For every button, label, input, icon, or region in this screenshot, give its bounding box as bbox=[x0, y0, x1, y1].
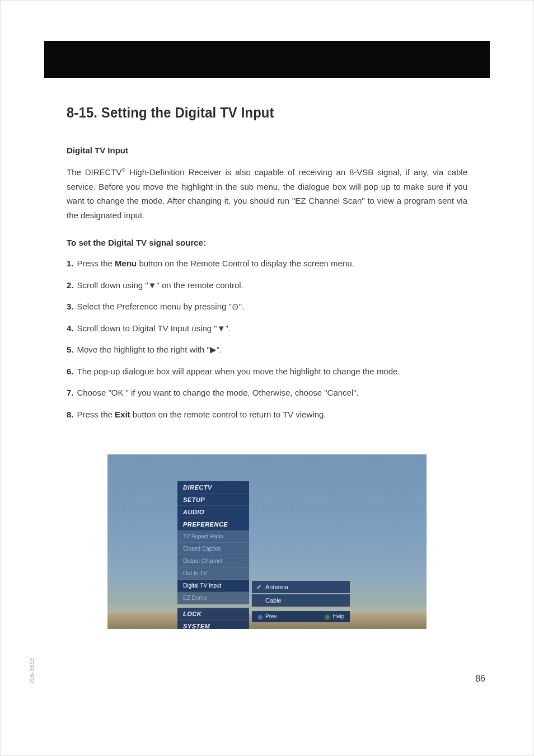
step-1: Press the Menu button on the Remote Cont… bbox=[67, 257, 467, 270]
osd-directv: DIRECTV bbox=[177, 481, 249, 494]
osd-pref-output: Output Channel bbox=[177, 555, 249, 567]
step-5: Move the highlight to the right with "▶"… bbox=[67, 344, 467, 356]
step-7: Choose "OK " if you want to change the m… bbox=[67, 387, 467, 400]
intro-pre: The DIRECTV bbox=[67, 167, 122, 177]
down-arrow-icon: ▼ bbox=[217, 323, 226, 333]
osd-footer-prev: Prev. bbox=[257, 613, 278, 619]
osd-pref-caption: Closed Caption bbox=[177, 543, 249, 555]
page-title: 8-15. Setting the Digital TV Input bbox=[67, 105, 447, 121]
page: 8-15. Setting the Digital TV Input Digit… bbox=[0, 0, 534, 756]
intro-post: High-Definition Receiver is also capable… bbox=[67, 167, 467, 220]
document-code: 206-3813 bbox=[29, 658, 35, 684]
osd-pref-outtv: Out to TV bbox=[177, 567, 249, 580]
osd-pref-digital-tv-input: Digital TV Input bbox=[177, 580, 249, 592]
down-arrow-icon: ▼ bbox=[148, 280, 157, 290]
section-to-set-source: To set the Digital TV signal source: bbox=[67, 238, 467, 247]
content: 8-15. Setting the Digital TV Input Digit… bbox=[67, 105, 467, 629]
blue-dot-icon bbox=[257, 614, 263, 620]
intro-paragraph: The DIRECTV® High-Definition Receiver is… bbox=[67, 165, 467, 222]
tv-screenshot: DIRECTV SETUP AUDIO PREFERENCE TV Aspect… bbox=[107, 454, 427, 629]
green-dot-icon bbox=[325, 614, 330, 620]
osd-preference: PREFERENCE bbox=[177, 518, 249, 530]
step-2: Scroll down using "▼" on the remote cont… bbox=[67, 279, 467, 292]
step-3: Select the Preference menu by pressing "… bbox=[67, 300, 467, 313]
steps-list: Press the Menu button on the Remote Cont… bbox=[67, 257, 467, 421]
step-4: Scroll down to Digital TV Input using "▼… bbox=[67, 322, 467, 335]
osd-option-cable: Cable bbox=[252, 594, 350, 607]
section-digital-tv-input: Digital TV Input bbox=[67, 145, 467, 155]
osd-footer: Prev. Help bbox=[252, 611, 350, 622]
osd-lock: LOCK bbox=[177, 608, 249, 620]
osd-audio: AUDIO bbox=[177, 506, 249, 518]
osd-option-antenna: ✔ Antenna bbox=[252, 581, 350, 593]
step-6: The pop-up dialogue box will appear when… bbox=[67, 365, 467, 378]
osd-setup: SETUP bbox=[177, 494, 249, 506]
right-arrow-icon: ▶ bbox=[210, 345, 217, 354]
header-band bbox=[44, 41, 490, 78]
page-number: 86 bbox=[475, 674, 485, 684]
osd-footer-help: Help bbox=[325, 613, 344, 619]
osd-options: ✔ Antenna Cable bbox=[252, 581, 350, 608]
select-dot-icon: ⊙ bbox=[232, 302, 239, 311]
osd-system: SYSTEM bbox=[177, 620, 249, 629]
check-icon: ✔ bbox=[256, 584, 261, 591]
osd-pref-ezdemo: EZ Demo bbox=[177, 592, 249, 604]
osd-pref-aspect: TV Aspect Ratio bbox=[177, 530, 249, 543]
step-8: Press the Exit button on the remote cont… bbox=[67, 408, 467, 421]
